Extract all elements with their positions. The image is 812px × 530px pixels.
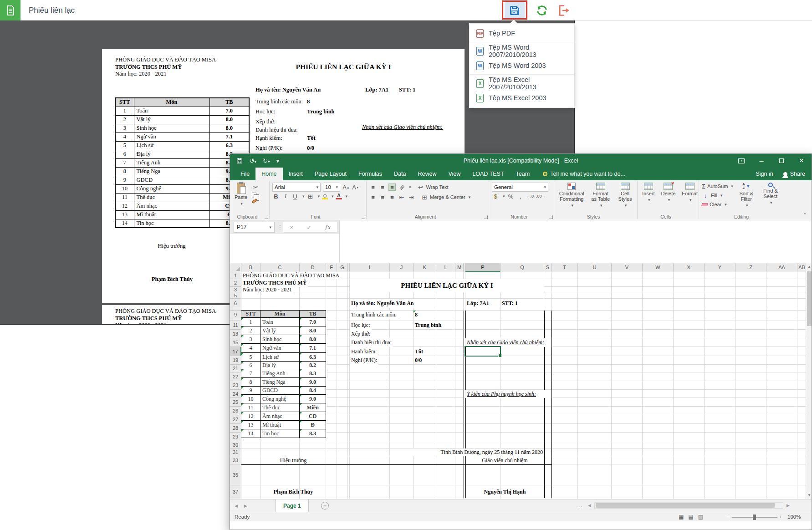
- accounting-format-icon[interactable]: $: [492, 193, 499, 200]
- row-header-28[interactable]: 28: [230, 424, 241, 433]
- column-header-B[interactable]: B: [241, 263, 260, 272]
- subjects-table-excel[interactable]: STT Môn TB 1Toán7.02Vật lý8.03Sinh học8.…: [241, 310, 326, 438]
- table-row[interactable]: 3Sinh học8.0: [241, 335, 326, 344]
- fill-button[interactable]: ↓Fill▾: [702, 192, 733, 199]
- collapse-ribbon-button[interactable]: ⌃: [803, 212, 812, 220]
- column-header-AA[interactable]: AA: [766, 263, 797, 272]
- tab-file[interactable]: File: [235, 168, 255, 180]
- excel-cell[interactable]: Nguyễn Thị Hạnh: [465, 485, 544, 498]
- excel-cell[interactable]: STT: 1: [500, 299, 519, 308]
- row-header-9[interactable]: 9: [230, 311, 241, 319]
- excel-cell[interactable]: Họ và tên: Nguyễn Văn An: [350, 299, 415, 308]
- row-header-1[interactable]: 1: [230, 272, 241, 279]
- table-row[interactable]: 6Địa lý8.2: [241, 362, 326, 369]
- excel-cell-parent-comment[interactable]: Ý kiến của Phụ huynh học sinh:: [465, 390, 552, 398]
- refresh-button[interactable]: [533, 2, 551, 18]
- excel-cell[interactable]: Nghỉ (P/K):: [350, 356, 378, 365]
- horizontal-scroll-thumb[interactable]: [596, 503, 775, 508]
- column-header-J[interactable]: J: [390, 263, 414, 272]
- excel-cell[interactable]: Hạnh kiểm:: [350, 347, 378, 356]
- row-header-11[interactable]: 11: [230, 321, 241, 330]
- table-cell[interactable]: Địa lý: [260, 362, 300, 369]
- row-header-19[interactable]: 19: [230, 356, 241, 365]
- excel-cell[interactable]: TRƯỜNG THCS PHÚ MỸ: [241, 279, 308, 287]
- align-top-icon[interactable]: ≡: [369, 183, 377, 191]
- excel-cell[interactable]: Tốt: [414, 347, 424, 356]
- row-header-2[interactable]: 2: [230, 279, 241, 287]
- sheet-tab-page1[interactable]: Page 1: [276, 499, 309, 512]
- table-cell[interactable]: 13: [241, 421, 260, 429]
- row-header-24[interactable]: 24: [230, 390, 241, 398]
- table-cell[interactable]: 9.0: [300, 395, 326, 403]
- excel-cell[interactable]: Trung bình các môn:: [350, 311, 398, 319]
- sheet-next-icon[interactable]: ▶: [244, 504, 247, 508]
- table-cell[interactable]: Toán: [260, 318, 300, 326]
- table-cell[interactable]: Miễn: [300, 403, 326, 412]
- tab-data[interactable]: Data: [388, 168, 412, 180]
- menu-item-excel-2003[interactable]: X Tệp MS Excel 2003: [470, 91, 574, 105]
- excel-cell[interactable]: Học lực:: [350, 321, 372, 330]
- horizontal-scrollbar[interactable]: [594, 502, 783, 509]
- table-row[interactable]: 11Thể dụcMiễn: [241, 403, 326, 412]
- table-cell[interactable]: 6: [241, 362, 260, 369]
- excel-title-bar[interactable]: ↺▾ ↻▾ ▾ Phiếu liên lạc.xls [Compatibilit…: [230, 154, 812, 168]
- insert-cells-button[interactable]: Insert▾: [640, 182, 657, 214]
- zoom-out-button[interactable]: −: [726, 512, 730, 521]
- merge-center-button[interactable]: ⊞Merge & Center▾: [421, 194, 470, 201]
- exit-button[interactable]: [555, 2, 573, 18]
- font-color-icon[interactable]: A: [336, 193, 342, 199]
- table-cell[interactable]: 7.0: [300, 318, 326, 326]
- italic-button[interactable]: I: [282, 193, 289, 200]
- excel-cell[interactable]: PHÒNG GIÁO DỤC VÀ ĐÀO TẠO MISA: [241, 272, 341, 279]
- row-header-37[interactable]: 37: [230, 485, 241, 498]
- decrease-decimal-icon[interactable]: .00→: [536, 193, 546, 200]
- hscroll-right-icon[interactable]: ▶: [786, 503, 790, 508]
- table-cell[interactable]: 8.0: [300, 326, 326, 335]
- tab-page-layout[interactable]: Page Layout: [309, 168, 352, 180]
- row-header-3[interactable]: 3: [230, 287, 241, 292]
- zoom-in-button[interactable]: +: [779, 512, 782, 521]
- number-dialog-launcher[interactable]: [549, 215, 553, 219]
- scroll-down-icon[interactable]: ▼: [806, 492, 812, 499]
- table-cell[interactable]: 6.3: [300, 353, 326, 362]
- bold-button[interactable]: B: [272, 193, 280, 200]
- table-row[interactable]: 14Tin học8.3: [241, 429, 326, 438]
- table-cell[interactable]: 8.0: [300, 335, 326, 344]
- table-cell[interactable]: CĐ: [300, 412, 326, 421]
- minimize-button[interactable]: ─: [751, 154, 771, 168]
- excel-cell[interactable]: Danh hiệu thi đua:: [350, 338, 393, 347]
- column-header-U[interactable]: U: [578, 263, 612, 272]
- formula-input[interactable]: [343, 220, 812, 263]
- table-row[interactable]: 4Ngữ văn7.1: [241, 344, 326, 353]
- increase-decimal-icon[interactable]: ←.0: [526, 193, 534, 200]
- column-header-K[interactable]: K: [414, 263, 436, 272]
- table-row[interactable]: 12Âm nhạcCĐ: [241, 412, 326, 421]
- clipboard-dialog-launcher[interactable]: [265, 215, 268, 219]
- table-row[interactable]: 7Tiếng Anh8.3: [241, 369, 326, 378]
- table-cell[interactable]: 8.2: [300, 362, 326, 369]
- table-cell[interactable]: 4: [241, 344, 260, 353]
- row-header-29[interactable]: 29: [230, 433, 241, 441]
- menu-item-excel-2007[interactable]: X Tệp MS Excel 2007/2010/2013: [470, 76, 574, 91]
- tab-view[interactable]: View: [442, 168, 466, 180]
- row-header-22[interactable]: 22: [230, 372, 241, 381]
- namebox-splitter[interactable]: ⋮: [277, 222, 283, 232]
- column-header-C[interactable]: C: [260, 263, 300, 272]
- menu-item-pdf[interactable]: PDF Tệp PDF: [470, 26, 574, 41]
- new-sheet-button[interactable]: +: [321, 502, 329, 510]
- table-cell[interactable]: 8.3: [300, 429, 326, 438]
- tab-load-test[interactable]: LOAD TEST: [466, 168, 510, 180]
- sign-in-link[interactable]: Sign in: [756, 171, 773, 177]
- name-box[interactable]: P17▾: [234, 222, 275, 233]
- sheet-prev-icon[interactable]: ◀: [235, 504, 238, 508]
- excel-cell[interactable]: Năm học: 2020 - 2021: [241, 287, 293, 292]
- font-dialog-launcher[interactable]: [362, 215, 365, 219]
- comma-icon[interactable]: ,: [517, 193, 524, 200]
- excel-cell[interactable]: Phạm Bích Thủy: [260, 485, 326, 498]
- table-row[interactable]: 13Mĩ thuậtĐ: [241, 421, 326, 429]
- table-cell[interactable]: Tiếng Anh: [260, 369, 300, 378]
- excel-cell[interactable]: Xếp thứ:: [350, 330, 372, 338]
- zoom-level[interactable]: 100%: [787, 512, 801, 521]
- find-select-button[interactable]: Find & Select▾: [760, 182, 781, 214]
- table-cell[interactable]: 7.1: [300, 344, 326, 353]
